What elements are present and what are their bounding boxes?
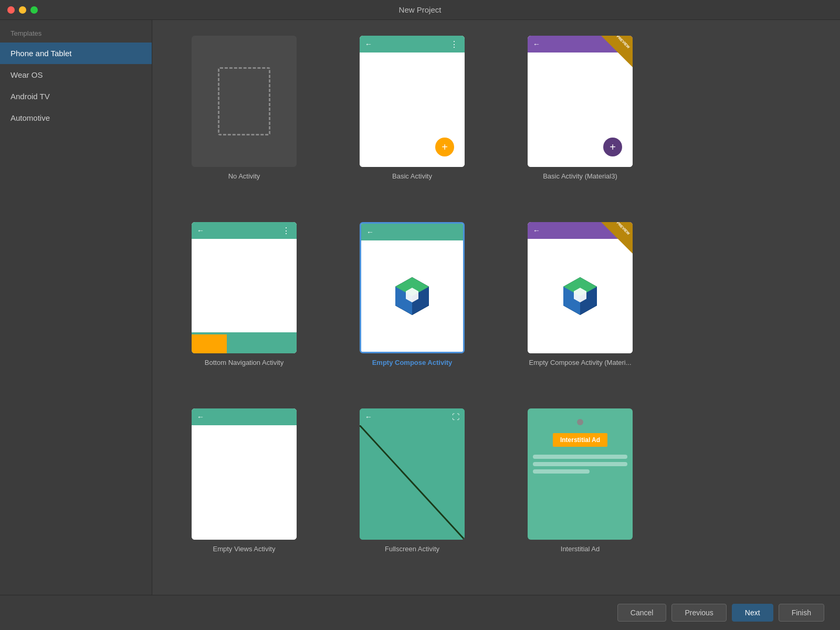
back-arrow-icon-compose-m3: ←: [533, 226, 540, 235]
template-label-interstitial-ad: Interstitial Ad: [561, 545, 600, 553]
minimize-button[interactable]: [19, 6, 26, 14]
fab-button-basic: +: [435, 138, 454, 156]
template-empty-compose[interactable]: ←: [336, 222, 488, 393]
cancel-button[interactable]: Cancel: [617, 604, 667, 622]
back-arrow-fullscreen-icon: ←: [365, 413, 372, 421]
interstitial-text-lines: [533, 455, 627, 477]
fullscreen-body: [360, 425, 465, 540]
sidebar-item-phone-tablet[interactable]: Phone and Tablet: [0, 43, 152, 64]
phone-toolbar-empty-views: ←: [192, 408, 297, 425]
titlebar: New Project: [0, 0, 840, 20]
fab-button-basic-m3: +: [603, 138, 622, 156]
phone-toolbar-bottom-nav: ← ⋮: [192, 222, 297, 239]
bottom-nav-tab-3: [261, 334, 297, 353]
overflow-menu-icon: ⋮: [450, 39, 459, 49]
phone-mockup-empty-compose: ←: [361, 224, 463, 352]
diagonal-svg: [360, 425, 465, 540]
sidebar: Templates Phone and Tablet Wear OS Andro…: [0, 20, 152, 595]
bottom-nav-bar: [192, 332, 297, 353]
template-bottom-nav[interactable]: ← ⋮ Bottom Navigation Activity: [168, 222, 320, 393]
template-no-activity[interactable]: No Activity: [168, 36, 320, 206]
phone-body-empty-compose-m3: [528, 239, 633, 353]
interstitial-line-2: [533, 462, 627, 466]
window-title: New Project: [399, 5, 442, 14]
template-preview-empty-views: ←: [192, 408, 297, 540]
template-preview-basic-m3: ← ⋮ + PREVIEW: [528, 36, 633, 167]
phone-toolbar-empty-compose: ←: [361, 224, 463, 240]
template-placeholder-r3c4: [672, 408, 824, 579]
back-arrow-icon-compose: ←: [366, 228, 374, 236]
phone-mockup-basic: ← ⋮ +: [360, 36, 465, 167]
empty-views-body: [192, 425, 297, 540]
back-arrow-icon-bottom-nav: ←: [197, 226, 204, 235]
template-preview-empty-compose-m3: ← PREVIEW: [528, 222, 633, 353]
simple-white-mockup: ←: [192, 408, 297, 540]
template-preview-no-activity: [192, 36, 297, 167]
template-placeholder-r1c4: [672, 36, 824, 206]
template-label-basic-m3: Basic Activity (Material3): [543, 172, 617, 180]
phone-body-basic-m3: +: [528, 52, 633, 167]
sidebar-item-wear-os[interactable]: Wear OS: [0, 64, 152, 86]
interstitial-line-1: [533, 455, 627, 459]
bottom-nav-tab-2: [227, 334, 262, 353]
phone-body-basic: +: [360, 52, 465, 167]
previous-button[interactable]: Previous: [671, 604, 726, 622]
template-preview-fullscreen: ← ⛶: [360, 408, 465, 540]
template-label-empty-views: Empty Views Activity: [213, 545, 276, 553]
interstitial-line-3: [533, 469, 590, 474]
preview-badge-triangle: [601, 36, 633, 67]
sidebar-header: Templates: [0, 20, 152, 43]
phone-toolbar-basic: ← ⋮: [360, 36, 465, 52]
back-arrow-icon-empty-views: ←: [197, 413, 204, 421]
template-preview-bottom-nav: ← ⋮: [192, 222, 297, 353]
interstitial-ad-badge: Interstitial Ad: [553, 433, 607, 447]
content-area: No Activity ← ⋮ + Basic Activity: [152, 20, 840, 595]
bottom-nav-tab-1: [192, 334, 227, 353]
fullscreen-toolbar: ← ⛶: [360, 408, 465, 425]
template-label-basic-activity: Basic Activity: [392, 172, 432, 180]
back-arrow-icon-m3: ←: [533, 40, 540, 48]
finish-button[interactable]: Finish: [779, 604, 824, 622]
template-preview-basic-activity: ← ⋮ +: [360, 36, 465, 167]
interstitial-mockup: Interstitial Ad: [528, 408, 633, 540]
traffic-lights: [7, 6, 38, 14]
template-basic-activity[interactable]: ← ⋮ + Basic Activity: [336, 36, 488, 206]
template-label-empty-compose-m3: Empty Compose Activity (Materi...: [529, 359, 631, 366]
template-label-fullscreen: Fullscreen Activity: [385, 545, 439, 553]
template-preview-empty-compose: ←: [360, 222, 465, 353]
template-preview-interstitial: Interstitial Ad: [528, 408, 633, 540]
template-placeholder-r2c4: [672, 222, 824, 393]
fullscreen-expand-icon: ⛶: [452, 413, 459, 421]
preview-badge-triangle-m3: [601, 222, 633, 254]
template-fullscreen[interactable]: ← ⛶ Fullscreen Activity: [336, 408, 488, 579]
fullscreen-mockup: ← ⛶: [360, 408, 465, 540]
phone-mockup-bottom-nav: ← ⋮: [192, 222, 297, 353]
template-label-bottom-nav: Bottom Navigation Activity: [205, 359, 284, 366]
compose-logo-m3-icon: [559, 275, 601, 317]
template-interstitial-ad[interactable]: Interstitial Ad Interstitial Ad: [504, 408, 656, 579]
templates-grid: No Activity ← ⋮ + Basic Activity: [168, 36, 824, 579]
template-label-empty-compose: Empty Compose Activity: [372, 359, 453, 366]
template-empty-compose-m3[interactable]: ← PREVIEW: [504, 222, 656, 393]
overflow-menu-icon-bottom-nav: ⋮: [282, 226, 291, 236]
maximize-button[interactable]: [30, 6, 38, 14]
main-content: Templates Phone and Tablet Wear OS Andro…: [0, 20, 840, 595]
dashed-rect-icon: [218, 67, 270, 135]
close-button[interactable]: [7, 6, 15, 14]
phone-body-bottom-nav: [192, 239, 297, 332]
back-arrow-icon: ←: [365, 40, 372, 48]
sidebar-item-automotive[interactable]: Automotive: [0, 107, 152, 129]
footer: Cancel Previous Next Finish: [0, 595, 840, 630]
compose-logo-icon: [391, 275, 433, 317]
sidebar-item-android-tv[interactable]: Android TV: [0, 86, 152, 107]
interstitial-dot-icon: [577, 419, 583, 425]
phone-body-empty-compose: [361, 240, 463, 352]
next-button[interactable]: Next: [732, 604, 773, 622]
template-basic-activity-m3[interactable]: ← ⋮ + PREVIEW Basic Activity (Material3): [504, 36, 656, 206]
template-empty-views[interactable]: ← Empty Views Activity: [168, 408, 320, 579]
template-label-no-activity: No Activity: [228, 172, 260, 180]
